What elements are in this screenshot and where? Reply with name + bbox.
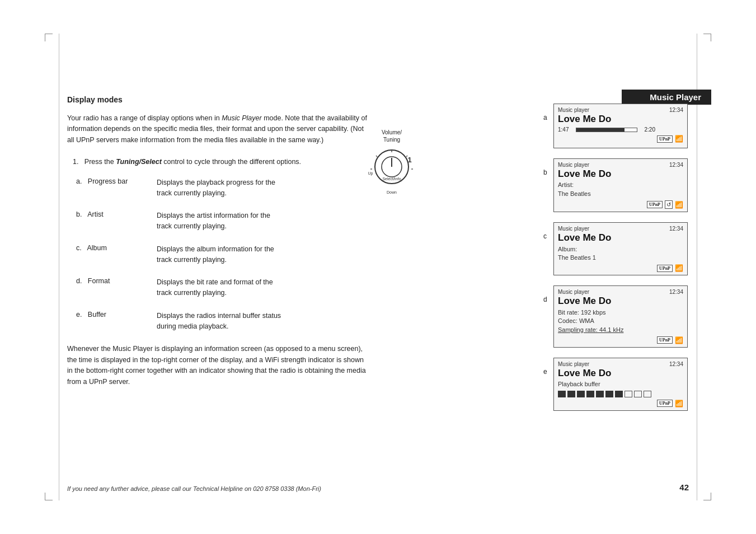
lcd-top-b: Music player 12:34: [558, 162, 683, 168]
lcd-a-bottom: UPnP 📶: [558, 135, 683, 143]
buffer-bar-9: [634, 391, 642, 397]
screen-label-a: a: [543, 104, 553, 121]
lcd-b-time: 12:34: [669, 162, 683, 168]
lcd-e-bottom: UPnP 📶: [558, 400, 683, 407]
lcd-screen-d: Music player 12:34 Love Me Do Bit rate: …: [553, 285, 688, 348]
lcd-top-a: Music player 12:34: [558, 107, 683, 113]
corner-tick-br-h: [703, 500, 711, 500]
footer-note: If you need any further advice, please c…: [67, 485, 321, 492]
buffer-bar-6: [605, 391, 613, 397]
corner-tick-bl-h: [45, 500, 53, 500]
lcd-c-player-label: Music player: [558, 226, 589, 232]
option-label-b: b. Artist: [67, 210, 157, 232]
page-number: 42: [679, 483, 689, 492]
lcd-a-title: Love Me Do: [558, 114, 683, 125]
option-desc-e: Displays the radios internal buffer stat…: [157, 311, 369, 332]
lcd-c-album-value: The Beatles 1: [558, 254, 683, 262]
left-content-area: Display modes Your radio has a range of …: [67, 95, 369, 387]
right-panel: a Music player 12:34 Love Me Do 1:47 2:2…: [543, 104, 711, 421]
section-title: Display modes: [67, 95, 369, 104]
svg-text:Up: Up: [368, 171, 373, 176]
option-desc-c: Displays the album information for thetr…: [157, 244, 369, 265]
corner-tick-br-v: [711, 493, 711, 500]
lcd-d-sampling: Sampling rate: 44.1 kHz: [558, 326, 683, 334]
header-title: Music Player: [650, 92, 701, 102]
lcd-top-c: Music player 12:34: [558, 226, 683, 232]
svg-text:Select/Info: Select/Info: [382, 177, 401, 181]
screen-row-d: d Music player 12:34 Love Me Do Bit rate…: [543, 285, 711, 348]
radio-diagram-area: Volume/Tuning Select/Info Down Up 1: [353, 129, 431, 202]
corner-tick-tr-v: [711, 34, 711, 41]
option-desc-a: Displays the playback progress for thetr…: [157, 177, 369, 199]
lcd-d-codec: Codec: WMA: [558, 317, 683, 325]
lcd-e-time: 12:34: [669, 361, 683, 367]
radio-svg: Select/Info Down Up 1: [364, 146, 420, 202]
option-row-d: d. Format Displays the bit rate and form…: [67, 277, 369, 298]
intro-paragraph: Your radio has a range of display option…: [67, 113, 369, 146]
lcd-c-title: Love Me Do: [558, 232, 683, 243]
lcd-a-progress-bar: [576, 128, 637, 132]
screen-row-a: a Music player 12:34 Love Me Do 1:47 2:2…: [543, 104, 711, 148]
lcd-e-buffer-bars: [558, 391, 683, 397]
corner-tick-tr-h: [703, 34, 711, 34]
lcd-c-bottom: UPnP 📶: [558, 264, 683, 272]
left-margin-line: [59, 34, 59, 500]
lcd-d-bottom: UPnP 📶: [558, 336, 683, 344]
corner-tick-bl-v: [45, 493, 45, 500]
bottom-paragraph: Whenever the Music Player is displaying …: [67, 344, 369, 387]
lcd-a-time-right: 2:20: [640, 127, 655, 133]
lcd-screen-b: Music player 12:34 Love Me Do Artist: Th…: [553, 158, 688, 212]
page-header-bar: Music Player: [622, 90, 711, 105]
buffer-bar-2: [567, 391, 575, 397]
display-options: a. Progress bar Displays the playback pr…: [67, 177, 369, 332]
lcd-e-upnp: UPnP: [657, 400, 673, 407]
lcd-b-title: Love Me Do: [558, 168, 683, 180]
buffer-bar-5: [596, 391, 604, 397]
diagram-label: Volume/Tuning: [382, 129, 402, 143]
screen-label-d: d: [543, 285, 553, 303]
buffer-bar-10: [644, 391, 651, 397]
screen-row-e: e Music player 12:34 Love Me Do Playback…: [543, 358, 711, 411]
lcd-d-title: Love Me Do: [558, 296, 683, 307]
option-desc-b: Displays the artist information for thet…: [157, 210, 369, 232]
option-label-a: a. Progress bar: [67, 177, 157, 199]
lcd-b-wifi: 📶: [675, 201, 683, 209]
lcd-e-title: Love Me Do: [558, 368, 683, 379]
lcd-b-bottom: UPnP ↺ 📶: [558, 200, 683, 209]
lcd-a-upnp: UPnP: [657, 135, 673, 143]
option-row-e: e. Buffer Displays the radios internal b…: [67, 311, 369, 332]
corner-tick-tl-v: [45, 34, 45, 41]
lcd-screen-c: Music player 12:34 Love Me Do Album: The…: [553, 222, 688, 275]
lcd-c-time: 12:34: [669, 226, 683, 232]
buffer-bar-7: [615, 391, 623, 397]
svg-text:Down: Down: [387, 190, 397, 194]
lcd-top-d: Music player 12:34: [558, 289, 683, 295]
screen-label-c: c: [543, 222, 553, 240]
lcd-b-player-label: Music player: [558, 162, 589, 168]
lcd-a-wifi: 📶: [675, 135, 683, 143]
corner-tick-tl-h: [45, 34, 53, 34]
buffer-bar-3: [577, 391, 585, 397]
lcd-c-upnp: UPnP: [657, 265, 673, 272]
lcd-d-wifi: 📶: [675, 336, 683, 344]
lcd-d-time: 12:34: [669, 289, 683, 295]
lcd-e-player-label: Music player: [558, 361, 589, 367]
lcd-a-progress: 1:47 2:20: [558, 127, 683, 133]
screen-row-b: b Music player 12:34 Love Me Do Artist: …: [543, 158, 711, 212]
buffer-bar-4: [586, 391, 594, 397]
lcd-a-progress-fill: [576, 128, 624, 132]
lcd-top-e: Music player 12:34: [558, 361, 683, 367]
option-label-c: c. Album: [67, 244, 157, 265]
lcd-b-upnp: UPnP: [647, 201, 663, 208]
lcd-e-buffer-label: Playback buffer: [558, 380, 683, 388]
option-row-b: b. Artist Displays the artist informatio…: [67, 210, 369, 232]
lcd-b-artist-value: The Beatles: [558, 190, 683, 198]
lcd-d-player-label: Music player: [558, 289, 589, 295]
option-desc-d: Displays the bit rate and format of thet…: [157, 277, 369, 298]
screen-label-e: e: [543, 358, 553, 376]
screen-row-c: c Music player 12:34 Love Me Do Album: T…: [543, 222, 711, 275]
svg-text:1: 1: [407, 156, 411, 164]
lcd-d-bitrate: Bit rate: 192 kbps: [558, 308, 683, 317]
option-label-e: e. Buffer: [67, 311, 157, 332]
option-row-c: c. Album Displays the album information …: [67, 244, 369, 265]
